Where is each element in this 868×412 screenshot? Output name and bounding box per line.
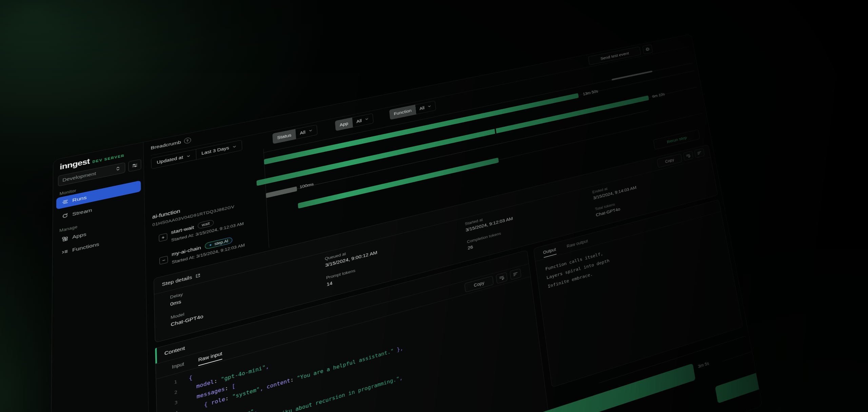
- code-token: ,: [254, 407, 257, 412]
- main-area: Breadcrumb ? Send test event ⚙ Updated a…: [143, 34, 762, 412]
- delay-duration-label: 100ms: [299, 182, 314, 189]
- send-test-event-button[interactable]: Send test event: [588, 46, 641, 65]
- help-circle-icon[interactable]: ?: [184, 137, 191, 144]
- code-token: :: [225, 384, 232, 392]
- sliders-icon: [132, 162, 138, 168]
- breadcrumb: Breadcrumb ?: [151, 137, 191, 151]
- header-divider: [151, 46, 689, 156]
- chevron-down-icon: [364, 117, 369, 122]
- delay-bar[interactable]: [266, 186, 297, 198]
- code-token: :: [225, 394, 232, 402]
- filter-group-app[interactable]: AppAll: [335, 113, 374, 131]
- environment-select-value: Development: [62, 171, 96, 183]
- sidebar-collapse-button[interactable]: [128, 159, 141, 172]
- breadcrumb-label: Breadcrumb: [151, 139, 181, 150]
- filter-value: All: [300, 130, 305, 136]
- chevron-down-icon: [232, 144, 237, 149]
- filter-value-dropdown[interactable]: All: [295, 125, 317, 139]
- step-details-title: Step details: [162, 272, 201, 287]
- tab-raw-output[interactable]: Raw output: [567, 239, 589, 251]
- rerun-step-button[interactable]: Rerun step: [653, 129, 700, 150]
- inngest-logo: inngest: [60, 157, 90, 171]
- code-token: [: [232, 383, 235, 390]
- filter-value: All: [356, 118, 362, 124]
- filter-value-dropdown[interactable]: All: [415, 101, 436, 115]
- align-lines-icon[interactable]: [694, 148, 705, 158]
- time-range-value: Last 3 Days: [201, 145, 229, 156]
- filter-group-status[interactable]: StatusAll: [272, 125, 318, 144]
- filter-label: Function: [389, 105, 416, 120]
- duration-label: 6m 10s: [652, 92, 665, 99]
- wait-badge: wait: [198, 219, 214, 229]
- duration-label: 13m 50s: [583, 89, 598, 96]
- sort-field-value: Updated at: [157, 155, 183, 165]
- copy-button[interactable]: Copy: [465, 276, 494, 292]
- code-token: ,: [399, 375, 403, 382]
- sparkle-icon: ✦: [209, 243, 213, 247]
- content-accent-bar: [155, 348, 157, 364]
- sidebar-item-label: Runs: [72, 194, 86, 203]
- tilted-scene: inngestDEV SERVER Development MonitorRun…: [49, 34, 763, 412]
- code-token: },: [393, 345, 403, 354]
- wrap-text-icon[interactable]: [683, 151, 693, 161]
- filter-group-function[interactable]: FunctionAll: [389, 101, 436, 120]
- chevron-down-icon: [308, 128, 313, 134]
- filter-label: Status: [272, 129, 296, 144]
- expand-step-button[interactable]: +: [159, 233, 167, 242]
- duration-label: 3m 5s: [698, 361, 710, 369]
- runs-list-icon: [62, 199, 68, 205]
- filter-value: All: [419, 105, 425, 111]
- collapse-step-button[interactable]: −: [159, 256, 168, 265]
- sidebar-item-label: Stream: [72, 207, 92, 217]
- code-token: ,: [265, 363, 269, 370]
- stream-refresh-icon: [62, 212, 68, 219]
- timeline-bar-4[interactable]: [715, 348, 763, 404]
- dev-server-window: inngestDEV SERVER Development MonitorRun…: [49, 34, 763, 412]
- code-token: :: [214, 377, 221, 385]
- dev-server-badge: DEV SERVER: [92, 153, 124, 164]
- wrap-text-icon[interactable]: [496, 272, 508, 284]
- gear-icon[interactable]: ⚙: [642, 44, 653, 55]
- sidebar: inngestDEV SERVER Development MonitorRun…: [50, 142, 153, 412]
- timeline-scrollbar-thumb[interactable]: [612, 70, 653, 80]
- time-range-dropdown[interactable]: Last 3 Days: [196, 140, 242, 160]
- select-updown-icon: [115, 165, 121, 172]
- stage: inngestDEV SERVER Development MonitorRun…: [0, 0, 868, 412]
- bar-segment-gap: [495, 128, 497, 134]
- code-token: :: [290, 375, 297, 383]
- code-token: ,: [260, 384, 267, 392]
- bar-track: [723, 332, 763, 362]
- sort-field-dropdown[interactable]: Updated at: [151, 149, 196, 169]
- apps-grid-icon: [62, 235, 68, 242]
- content-title: Content: [164, 345, 185, 356]
- filter-value-dropdown[interactable]: All: [352, 113, 373, 127]
- filter-label: App: [335, 118, 353, 131]
- external-link-icon[interactable]: [195, 273, 201, 279]
- code-token: {: [189, 374, 193, 382]
- functions-list-icon: [62, 248, 68, 255]
- align-lines-icon[interactable]: [510, 268, 521, 280]
- chevron-down-icon: [186, 153, 191, 158]
- sidebar-item-label: Apps: [72, 231, 86, 240]
- code-token: role: [211, 396, 225, 406]
- chevron-down-icon: [427, 104, 432, 109]
- copy-button[interactable]: Copy: [657, 153, 682, 168]
- sidebar-item-label: Functions: [72, 241, 99, 253]
